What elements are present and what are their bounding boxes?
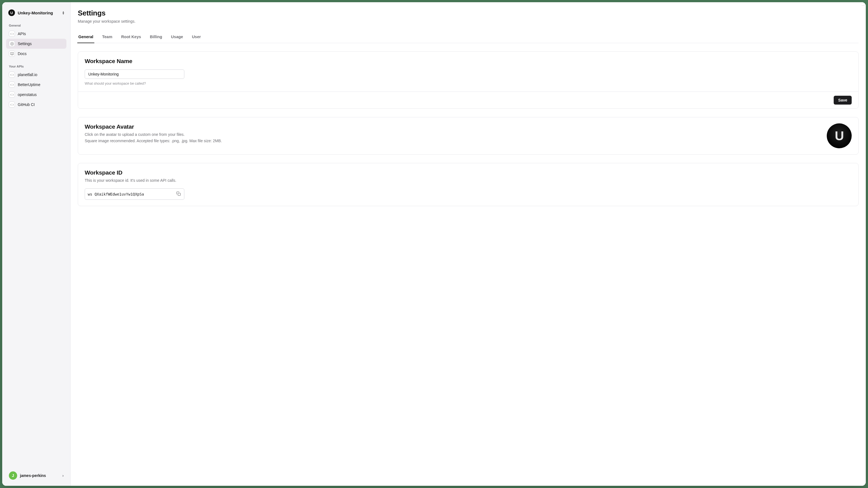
workspace-switcher[interactable]: U Unkey-Monitoring ▴▾ [6, 8, 66, 18]
sidebar-item-label: GitHub CI [18, 102, 35, 107]
sidebar-item-label: openstatus [18, 92, 37, 97]
sidebar-item-docs[interactable]: Docs [6, 49, 66, 59]
sidebar-item-label: Docs [18, 52, 27, 56]
code-icon [9, 31, 15, 37]
sidebar-item-apis[interactable]: APIs [6, 29, 66, 39]
workspace-avatar-desc1: Click on the avatar to upload a custom o… [85, 132, 820, 137]
code-icon [9, 72, 15, 78]
up-down-chevron-icon: ▴▾ [63, 11, 64, 15]
settings-tabs: General Team Root Keys Billing Usage Use… [78, 32, 859, 43]
sidebar-section-general: General [9, 24, 64, 27]
main-content: Settings Manage your workspace settings.… [70, 2, 866, 486]
svg-point-0 [11, 43, 12, 44]
user-name: james-perkins [20, 473, 60, 478]
workspace-id-desc: This is your workspace id. It's used in … [85, 177, 852, 184]
sidebar-section-your-apis: Your APIs [9, 65, 64, 68]
workspace-name: Unkey-Monitoring [18, 10, 60, 15]
save-button[interactable]: Save [834, 96, 852, 104]
workspace-name-input[interactable] [85, 69, 184, 79]
workspace-logo: U [8, 9, 15, 16]
code-icon [9, 101, 15, 108]
tab-team[interactable]: Team [101, 32, 113, 43]
sidebar-item-label: BetterUptime [18, 83, 40, 87]
sidebar-item-label: APIs [18, 32, 26, 36]
sidebar-item-settings[interactable]: Settings [6, 39, 66, 49]
copy-icon [176, 191, 181, 197]
workspace-avatar-desc2: Square image recommended. Accepted file … [85, 138, 820, 144]
workspace-name-card: Workspace Name What should your workspac… [78, 52, 859, 109]
sidebar-api-betteruptime[interactable]: BetterUptime [6, 80, 66, 90]
workspace-id-box: ws_QXaikfWEdwe1uvYw1QXpSa [85, 188, 184, 200]
user-menu[interactable]: J james-perkins › [6, 469, 66, 482]
book-icon [9, 51, 15, 57]
svg-rect-1 [178, 193, 181, 196]
code-icon [9, 92, 15, 98]
workspace-id-value: ws_QXaikfWEdwe1uvYw1QXpSa [88, 192, 174, 196]
workspace-id-card: Workspace ID This is your workspace id. … [78, 163, 859, 206]
chevron-right-icon: › [62, 473, 64, 478]
copy-button[interactable] [176, 191, 181, 197]
sidebar: U Unkey-Monitoring ▴▾ General APIs Setti… [2, 2, 70, 486]
tab-root-keys[interactable]: Root Keys [121, 32, 142, 43]
workspace-id-title: Workspace ID [85, 169, 852, 176]
user-avatar: J [9, 471, 17, 480]
tab-user[interactable]: User [191, 32, 201, 43]
page-title: Settings [78, 9, 859, 18]
app-window: ⋮ U Unkey-Monitoring ▴▾ General APIs Set… [2, 2, 866, 486]
gear-icon [9, 41, 15, 47]
workspace-avatar-title: Workspace Avatar [85, 123, 820, 130]
sidebar-item-label: planetfall.io [18, 72, 37, 77]
window-resize-handle[interactable]: ⋮ [863, 4, 864, 7]
sidebar-api-planetfall[interactable]: planetfall.io [6, 70, 66, 80]
tab-usage[interactable]: Usage [170, 32, 184, 43]
workspace-name-help: What should your workspace be called? [85, 82, 852, 86]
workspace-avatar-card: Workspace Avatar Click on the avatar to … [78, 117, 859, 155]
sidebar-api-githubci[interactable]: GitHub CI [6, 100, 66, 109]
workspace-avatar-upload[interactable]: U [827, 123, 852, 148]
sidebar-item-label: Settings [18, 41, 32, 46]
code-icon [9, 82, 15, 88]
tab-billing[interactable]: Billing [150, 32, 163, 43]
tab-general[interactable]: General [78, 32, 94, 43]
page-subtitle: Manage your workspace settings. [78, 19, 859, 24]
workspace-name-title: Workspace Name [85, 58, 852, 64]
sidebar-api-openstatus[interactable]: openstatus [6, 90, 66, 100]
